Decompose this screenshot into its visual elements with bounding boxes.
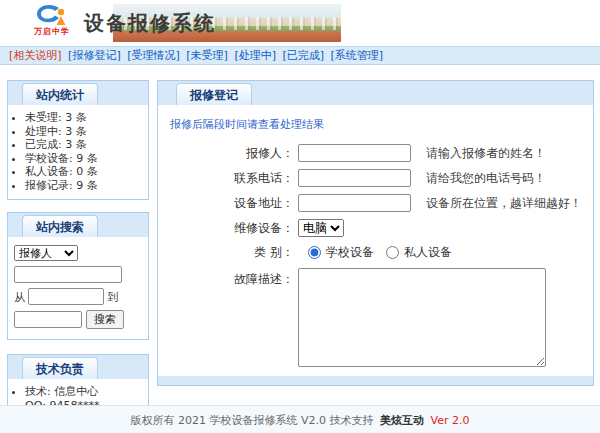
phone-hint: 请给我您的电话号码！ bbox=[426, 170, 546, 187]
repair-notice: 报修后隔段时间请查看处理结果 bbox=[170, 117, 583, 132]
description-label: 故障描述： bbox=[168, 268, 298, 288]
vendor-name: 美炫互动 bbox=[380, 414, 424, 427]
site-stats-tabrow: 站内统计 bbox=[8, 81, 148, 105]
address-input[interactable] bbox=[298, 194, 411, 212]
reporter-hint: 请输入报修者的姓名！ bbox=[426, 145, 546, 162]
site-stats-title: 站内统计 bbox=[22, 83, 98, 105]
search-button[interactable]: 搜索 bbox=[86, 310, 124, 329]
phone-label: 联系电话： bbox=[168, 170, 298, 187]
category-school-label[interactable]: 学校设备 bbox=[326, 244, 374, 261]
panel-bottom-strip bbox=[158, 376, 593, 385]
category-radio-group: 学校设备 私人设备 bbox=[298, 244, 452, 261]
search-range-row: 从到 bbox=[14, 288, 142, 305]
search-keyword-input[interactable] bbox=[14, 266, 122, 283]
search-field-select[interactable]: 报修人 bbox=[14, 245, 78, 261]
repair-register-body: 报修后隔段时间请查看处理结果 报修人： 请输入报修者的姓名！ 联系电话： 请给我… bbox=[158, 105, 593, 376]
from-label: 从 bbox=[14, 291, 25, 304]
site-stats-box: 站内统计 未受理: 3 条 处理中: 3 条 已完成: 3 条 学校设备: 9 … bbox=[7, 80, 149, 200]
reporter-label: 报修人： bbox=[168, 145, 298, 162]
sidebar: 站内统计 未受理: 3 条 处理中: 3 条 已完成: 3 条 学校设备: 9 … bbox=[7, 80, 149, 433]
logo-e-icon bbox=[26, 3, 78, 27]
category-school-radio[interactable] bbox=[308, 246, 321, 259]
description-row: 故障描述： bbox=[168, 268, 583, 367]
search-to-input[interactable] bbox=[14, 311, 82, 328]
stat-in-progress: 处理中: 3 条 bbox=[25, 125, 148, 139]
stat-school-devices: 学校设备: 9 条 bbox=[25, 152, 148, 166]
description-textarea[interactable] bbox=[298, 268, 546, 367]
nav-link-completed[interactable]: [已完成] bbox=[282, 49, 324, 62]
category-private-radio[interactable] bbox=[386, 246, 399, 259]
copyright-text: 版权所有 2021 学校设备报修系统 V2.0 技术支持 bbox=[131, 414, 374, 427]
repair-register-panel: 报修登记 报修后隔段时间请查看处理结果 报修人： 请输入报修者的姓名！ 联系电话… bbox=[157, 80, 594, 386]
nav-link-acceptance-status[interactable]: [受理情况] bbox=[127, 49, 180, 62]
site-search-tabrow: 站内搜索 bbox=[8, 213, 148, 237]
stat-private-devices: 私人设备: 0 条 bbox=[25, 165, 148, 179]
phone-row: 联系电话： 请给我您的电话号码！ bbox=[168, 169, 583, 187]
footer: 版权所有 2021 学校设备报修系统 V2.0 技术支持 美炫互动 Ver 2.… bbox=[0, 405, 600, 433]
reporter-input[interactable] bbox=[298, 144, 411, 162]
search-from-input[interactable] bbox=[28, 288, 104, 305]
tech-support-tabrow: 技术负责 bbox=[8, 355, 148, 379]
repair-register-tabrow: 报修登记 bbox=[158, 81, 593, 105]
device-label: 维修设备： bbox=[168, 220, 298, 237]
logo-school-name: 万启中学 bbox=[26, 27, 78, 36]
nav-link-repair-register[interactable]: [报修登记] bbox=[68, 49, 121, 62]
tech-dept: 技术: 信息中心 bbox=[25, 385, 148, 399]
stat-repair-records: 报修记录: 9 条 bbox=[25, 179, 148, 193]
category-private-label[interactable]: 私人设备 bbox=[404, 244, 452, 261]
reporter-row: 报修人： 请输入报修者的姓名！ bbox=[168, 144, 583, 162]
nav-link-in-progress[interactable]: [处理中] bbox=[234, 49, 276, 62]
navbar: [相关说明] [报修登记] [受理情况] [未受理] [处理中] [已完成] [… bbox=[0, 46, 600, 65]
tech-support-title: 技术负责 bbox=[22, 357, 98, 379]
address-hint: 设备所在位置，越详细越好！ bbox=[426, 195, 582, 212]
site-stats-list: 未受理: 3 条 处理中: 3 条 已完成: 3 条 学校设备: 9 条 私人设… bbox=[8, 111, 148, 192]
nav-link-instructions[interactable]: [相关说明] bbox=[9, 49, 62, 62]
phone-input[interactable] bbox=[298, 169, 411, 187]
address-label: 设备地址： bbox=[168, 195, 298, 212]
device-row: 维修设备： 电脑 bbox=[168, 219, 583, 237]
address-row: 设备地址： 设备所在位置，越详细越好！ bbox=[168, 194, 583, 212]
to-label: 到 bbox=[107, 291, 118, 304]
page-title: 设备报修系统 bbox=[84, 10, 216, 37]
stat-completed: 已完成: 3 条 bbox=[25, 138, 148, 152]
logo: 万启中学 bbox=[26, 3, 78, 36]
search-action-row: 搜索 bbox=[14, 310, 142, 329]
site-search-box: 站内搜索 报修人 从到 搜索 bbox=[7, 212, 149, 340]
nav-link-system-admin[interactable]: [系统管理] bbox=[331, 49, 384, 62]
repair-register-tab: 报修登记 bbox=[176, 83, 252, 105]
stat-unaccepted: 未受理: 3 条 bbox=[25, 111, 148, 125]
version-text: Ver 2.0 bbox=[431, 414, 470, 427]
category-row: 类 别： 学校设备 私人设备 bbox=[168, 244, 583, 261]
site-search-body: 报修人 从到 搜索 bbox=[8, 237, 148, 339]
site-search-title: 站内搜索 bbox=[22, 215, 98, 237]
device-select[interactable]: 电脑 bbox=[298, 219, 344, 237]
header: 万启中学 设备报修系统 bbox=[0, 0, 600, 45]
category-label: 类 别： bbox=[168, 244, 298, 261]
nav-link-unaccepted[interactable]: [未受理] bbox=[186, 49, 228, 62]
page: 万启中学 设备报修系统 [相关说明] [报修登记] [受理情况] [未受理] [… bbox=[0, 0, 600, 433]
